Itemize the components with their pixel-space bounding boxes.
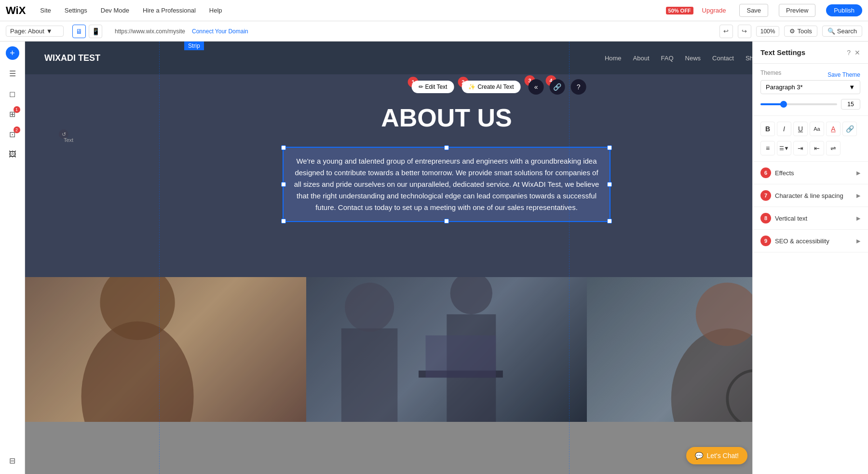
italic-button[interactable]: I xyxy=(777,122,791,136)
site-header: WIXADI TEST Home About FAQ News Contact … xyxy=(25,42,868,74)
sidebar-item-layers[interactable]: ⊟ xyxy=(4,452,21,469)
effects-arrow-icon: ▶ xyxy=(856,170,860,176)
preview-button[interactable]: Preview xyxy=(779,4,815,17)
image-panel-2 xyxy=(306,277,587,422)
align-left-button[interactable]: ≡ xyxy=(760,141,775,155)
ai-icon: ✨ xyxy=(468,84,475,90)
connect-domain-link[interactable]: Connect Your Domain xyxy=(192,28,248,35)
panel-title: Text Settings xyxy=(760,48,805,56)
format-toolbar: B I U Aa A 🔗 xyxy=(760,122,860,136)
sidebar-item-app2[interactable]: ⊡ 2 xyxy=(4,125,21,143)
text-element-label: Text xyxy=(64,137,73,143)
character-spacing-section[interactable]: 7 Character & line spacing ▶ xyxy=(753,184,868,207)
tools-label: Tools xyxy=(797,28,812,35)
resize-handle-bc[interactable] xyxy=(444,219,449,223)
publish-button[interactable]: Publish xyxy=(826,4,862,16)
app2-badge: 2 xyxy=(14,126,20,133)
edit-text-button[interactable]: ✏ Edit Text xyxy=(412,81,454,93)
font-size-input[interactable] xyxy=(841,99,860,110)
menu-item-hire[interactable]: Hire a Professional xyxy=(140,5,199,16)
close-icon[interactable]: ✕ xyxy=(854,49,860,56)
panel-header-icons: ? ✕ xyxy=(847,49,860,56)
help-icon[interactable]: ? xyxy=(847,49,851,56)
upgrade-link[interactable]: Upgrade xyxy=(702,7,726,14)
edit-icon: ✏ xyxy=(419,84,423,90)
resize-handle-tl[interactable] xyxy=(281,145,286,150)
media-icon: 🖼 xyxy=(9,150,16,159)
pages-icon: ☰ xyxy=(9,69,16,78)
vertical-text-section[interactable]: 8 Vertical text ▶ xyxy=(753,207,868,230)
link-button[interactable]: 🔗 xyxy=(550,79,565,95)
tools-icon: ⚙ xyxy=(789,28,795,35)
menu-item-site[interactable]: Site xyxy=(37,5,54,16)
underline-button[interactable]: U xyxy=(793,122,808,136)
left-sidebar: + ☰ ◻ ⊞ 1 ⊡ 2 🖼 ⊟ xyxy=(0,42,25,474)
resize-handle-tc[interactable] xyxy=(444,145,449,150)
second-toolbar: Page: About ▼ 🖥 📱 https://www.wix.com/my… xyxy=(0,21,868,42)
create-ai-text-button[interactable]: ✨ Create AI Text xyxy=(461,81,520,93)
vertical-text-arrow-icon: ▶ xyxy=(856,215,860,222)
text-element[interactable]: We're a young and talented group of entr… xyxy=(283,147,610,222)
menu-item-devmode[interactable]: Dev Mode xyxy=(98,5,132,16)
bullet-list-button[interactable]: ☰▼ xyxy=(777,141,791,155)
chat-button[interactable]: 💬 Let's Chat! xyxy=(686,447,748,464)
paragraph-dropdown[interactable]: Paragraph 3* ▼ xyxy=(760,80,860,94)
resize-handle-tr[interactable] xyxy=(607,145,612,150)
font-size-slider[interactable] xyxy=(760,103,837,105)
chat-label: Let's Chat! xyxy=(707,452,739,460)
sidebar-item-pages[interactable]: ☰ xyxy=(4,65,21,82)
indent-decrease-button[interactable]: ⇤ xyxy=(810,141,824,155)
undo-button[interactable]: ↩ xyxy=(719,25,733,38)
text-case-button[interactable]: Aa xyxy=(810,122,824,136)
bold-button[interactable]: B xyxy=(760,122,775,136)
effects-label: Effects xyxy=(775,169,794,177)
text-settings-panel: Text Settings ? ✕ Themes Save Theme Para… xyxy=(752,42,868,474)
tools-button[interactable]: ⚙ Tools xyxy=(784,26,817,37)
nav-item-faq[interactable]: FAQ xyxy=(661,55,674,62)
resize-handle-ml[interactable] xyxy=(281,182,286,187)
indent-increase-button[interactable]: ⇥ xyxy=(793,141,808,155)
desktop-view-button[interactable]: 🖥 xyxy=(72,25,86,38)
menu-item-settings[interactable]: Settings xyxy=(62,5,90,16)
step-7-badge: 7 xyxy=(760,190,771,201)
add-elements-button[interactable]: + xyxy=(6,46,19,60)
text-body[interactable]: We're a young and talented group of entr… xyxy=(284,148,610,221)
page-selector[interactable]: Page: About ▼ xyxy=(6,26,64,37)
sidebar-item-apps[interactable]: ⊞ 1 xyxy=(4,105,21,123)
vertical-text-label: Vertical text xyxy=(775,215,807,222)
help-button[interactable]: ? xyxy=(571,79,586,95)
redo-button[interactable]: ↪ xyxy=(738,25,751,38)
slider-thumb[interactable] xyxy=(780,101,787,108)
effects-section[interactable]: 6 Effects ▶ xyxy=(753,162,868,184)
search-button[interactable]: 🔍 Search xyxy=(822,26,862,37)
link-format-button[interactable]: 🔗 xyxy=(842,122,857,136)
zoom-display[interactable]: 100% xyxy=(756,26,780,37)
seo-accessibility-section[interactable]: 9 SEO & accessibility ▶ xyxy=(753,230,868,252)
nav-item-home[interactable]: Home xyxy=(605,55,622,62)
nav-item-about[interactable]: About xyxy=(633,55,650,62)
nav-item-contact[interactable]: Contact xyxy=(712,55,734,62)
sidebar-item-media[interactable]: 🖼 xyxy=(4,146,21,163)
save-button[interactable]: Save xyxy=(739,4,768,17)
about-heading: ABOUT US xyxy=(64,103,829,132)
direction-button[interactable]: ⇌ xyxy=(826,141,841,155)
mobile-view-button[interactable]: 📱 xyxy=(89,25,102,38)
save-theme-link[interactable]: Save Theme xyxy=(827,71,860,78)
font-color-button[interactable]: A xyxy=(826,122,841,136)
resize-handle-bl[interactable] xyxy=(281,219,286,223)
apps-badge: 1 xyxy=(14,106,20,113)
panel-header: Text Settings ? ✕ xyxy=(753,42,868,64)
search-icon: 🔍 xyxy=(827,28,835,35)
back-to-section-button[interactable]: « xyxy=(529,79,544,95)
nav-item-news[interactable]: News xyxy=(685,55,701,62)
design-icon: ◻ xyxy=(9,89,15,98)
about-section: 1 ✏ Edit Text 2 ✨ Create AI Text 3 « xyxy=(25,74,868,277)
sidebar-item-design[interactable]: ◻ xyxy=(4,85,21,102)
dropdown-value: Paragraph 3* xyxy=(766,84,803,91)
align-toolbar: ≡ ☰▼ ⇥ ⇤ ⇌ xyxy=(760,141,860,155)
text-edit-toolbar: 1 ✏ Edit Text 2 ✨ Create AI Text 3 « xyxy=(412,79,586,95)
resize-handle-br[interactable] xyxy=(607,219,612,223)
menu-item-help[interactable]: Help xyxy=(206,5,225,16)
step-9-badge: 9 xyxy=(760,236,771,246)
resize-handle-mr[interactable] xyxy=(607,182,612,187)
